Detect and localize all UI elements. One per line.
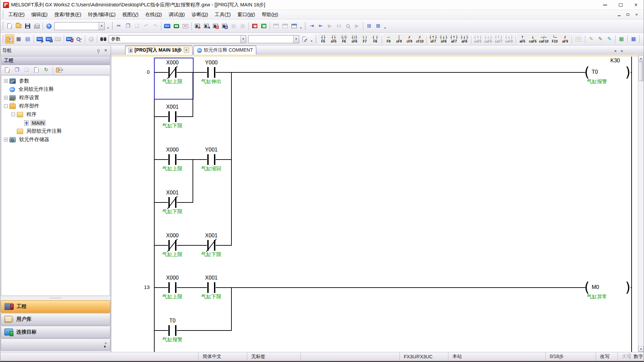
- undo-button[interactable]: ↶: [142, 21, 151, 31]
- vertical-scrollbar[interactable]: ▲ ▼: [638, 56, 644, 352]
- device-monitor-button[interactable]: [172, 21, 181, 31]
- scroll-down-icon[interactable]: ▼: [638, 346, 644, 352]
- application-instruction-button[interactable]: { }F8: [370, 34, 380, 45]
- tab-scroll-left-icon[interactable]: ◄: [612, 47, 618, 54]
- navigation-window-button[interactable]: [5, 35, 14, 44]
- statement-edit-button[interactable]: ▦: [629, 35, 638, 44]
- help-context-button[interactable]: [87, 35, 96, 44]
- menu-b[interactable]: 调试(B): [165, 10, 188, 19]
- tree-item-程序设置[interactable]: +程序设置: [1, 94, 110, 102]
- tree-item-参数[interactable]: +参数: [1, 77, 110, 85]
- window-tile-button[interactable]: [280, 21, 289, 31]
- debug-pause-button[interactable]: ❚❚: [334, 21, 343, 31]
- menu-p[interactable]: 工程(P): [5, 10, 28, 19]
- tree-item-软元件存储器[interactable]: +软元件存储器: [1, 135, 110, 144]
- mdi-close-button[interactable]: ✕: [633, 12, 640, 18]
- pulse-fall-op-button[interactable]: ┤↓├saF6: [483, 34, 493, 45]
- rising-pulse-button[interactable]: ┤↑├sF7: [428, 34, 438, 45]
- coil-button[interactable]: ( )F7: [360, 34, 370, 45]
- toolbar-drag-handle[interactable]: [2, 35, 4, 43]
- vertical-line-button[interactable]: │sF9: [394, 34, 404, 45]
- delete-line-button[interactable]: ✗aF9: [560, 34, 570, 45]
- find-target-combobox[interactable]: 参数▼: [109, 35, 246, 43]
- tree-item-程序部件[interactable]: -程序部件: [1, 102, 110, 110]
- menu-h[interactable]: 帮助(H): [258, 10, 281, 19]
- find-value-combobox-arrow-icon[interactable]: ▼: [293, 36, 299, 43]
- redo-button[interactable]: ↷: [151, 21, 160, 31]
- coil-device-M0[interactable]: M0: [592, 284, 599, 290]
- monitor-write-mode-button[interactable]: ▦: [238, 21, 247, 31]
- new-object-button[interactable]: [3, 65, 12, 74]
- collapse-icon[interactable]: -: [11, 113, 15, 116]
- watch-window-button[interactable]: [300, 35, 309, 44]
- note-edit-button[interactable]: ▤: [641, 35, 644, 44]
- nav-more-buttons[interactable]: » ▼: [1, 339, 110, 351]
- help-button[interactable]: [44, 21, 53, 31]
- monitor-start-button[interactable]: [259, 21, 268, 31]
- edit-contact-button[interactable]: ✎: [587, 35, 596, 44]
- paste-button[interactable]: ❑: [132, 21, 142, 31]
- toolbar-drag-handle[interactable]: [315, 35, 317, 43]
- edit-coil-button[interactable]: ✎: [596, 35, 605, 44]
- find-value-combobox[interactable]: ▼: [248, 35, 299, 43]
- nav-close-button[interactable]: ✕: [103, 48, 109, 54]
- device-hex-button[interactable]: 16: [181, 21, 190, 31]
- pulse-fall-op-branch-button[interactable]: ┤↓├saF8: [504, 34, 514, 45]
- device-display-button[interactable]: Dev: [163, 21, 172, 31]
- horizontal-line-button[interactable]: ─F9: [383, 34, 394, 45]
- tab-scroll-right-icon[interactable]: ►: [619, 47, 625, 54]
- copy-button[interactable]: ❐: [123, 21, 132, 31]
- collapse-icon[interactable]: -: [4, 104, 8, 108]
- tree-item-局部软元件注释[interactable]: 局部软元件注释: [1, 127, 110, 135]
- close-button[interactable]: ✕: [628, 0, 644, 10]
- close-contact-button[interactable]: ┤/├F6: [339, 34, 349, 45]
- debug-run-button[interactable]: ▶: [325, 21, 334, 31]
- menu-f[interactable]: 搜索/替换(F): [51, 10, 85, 19]
- nav-button-工程[interactable]: 工程: [1, 300, 110, 313]
- scrollbar-track[interactable]: [638, 81, 644, 346]
- expand-icon[interactable]: +: [4, 79, 8, 83]
- menu-v[interactable]: 视图(V): [119, 10, 142, 19]
- quick-find-combobox[interactable]: ▼: [54, 22, 105, 30]
- debug-find-button[interactable]: [343, 21, 353, 31]
- toolbar-overflow-button[interactable]: ▾: [106, 22, 110, 31]
- panel-splitter[interactable]: ▪▪▪▪▪▪▪▪▪: [0, 296, 111, 300]
- scrollbar-thumb[interactable]: [639, 62, 643, 81]
- menu-e[interactable]: 编辑(E): [28, 10, 51, 19]
- menu-t[interactable]: 工具(T): [211, 10, 234, 19]
- monitor-mode-button[interactable]: ▦: [229, 21, 238, 31]
- invert-operation-result-button[interactable]: ─/─caF10: [538, 34, 549, 45]
- toolbar-overflow-button[interactable]: ▾: [309, 35, 314, 44]
- tab-main-program[interactable]: [PRG]写入 MAIN 18步✕: [125, 46, 193, 55]
- menu-d[interactable]: 诊断(D): [188, 10, 211, 19]
- debug-run-to-button[interactable]: ▶: [353, 21, 362, 31]
- cross-reference-button[interactable]: [99, 35, 108, 44]
- toolbar-overflow-button[interactable]: ▾: [299, 22, 303, 31]
- tab-close-icon[interactable]: ✕: [184, 48, 189, 53]
- write-to-plc-button[interactable]: [193, 21, 202, 31]
- device-find-dropdown-icon[interactable]: ▾: [80, 38, 82, 41]
- device-display-mode-button[interactable]: Dev▾: [65, 35, 74, 44]
- filter-dropdown-icon[interactable]: ▾: [62, 69, 63, 71]
- edit-inline-button[interactable]: ✎: [605, 35, 614, 44]
- find-target-combobox-arrow-icon[interactable]: ▼: [240, 36, 246, 43]
- delete-vertical-line-button[interactable]: ✗cF10: [415, 34, 425, 45]
- mdi-minimize-button[interactable]: [615, 12, 623, 18]
- tree-item-程序[interactable]: -程序: [1, 110, 110, 119]
- module-configuration-button[interactable]: ▦: [14, 35, 23, 44]
- menu-c[interactable]: 转换/编译(C): [85, 10, 119, 19]
- invert-up-button[interactable]: ↑aF5: [517, 34, 528, 45]
- tree-item-main[interactable]: MAIN: [1, 119, 110, 127]
- pulse-op-branch-button[interactable]: ┤↑├saF7: [493, 34, 504, 45]
- toolbar-overflow-button[interactable]: ▾: [383, 22, 387, 31]
- line-branch-button[interactable]: └─F10: [549, 34, 560, 45]
- window-cascade-button[interactable]: [271, 21, 280, 31]
- delete-horizontal-line-button[interactable]: ✗cF9: [404, 34, 415, 45]
- refresh-button[interactable]: ↻: [42, 65, 51, 74]
- toolbar-drag-handle[interactable]: [304, 22, 306, 30]
- device-memory-tool-button[interactable]: Dev: [44, 35, 53, 44]
- pulse-op-button[interactable]: ┤↑├saF5: [473, 34, 483, 45]
- falling-pulse-branch-button[interactable]: ┤↓├aF8: [459, 34, 470, 45]
- scroll-up-icon[interactable]: ▲: [638, 56, 644, 61]
- save-project-button[interactable]: [23, 21, 32, 31]
